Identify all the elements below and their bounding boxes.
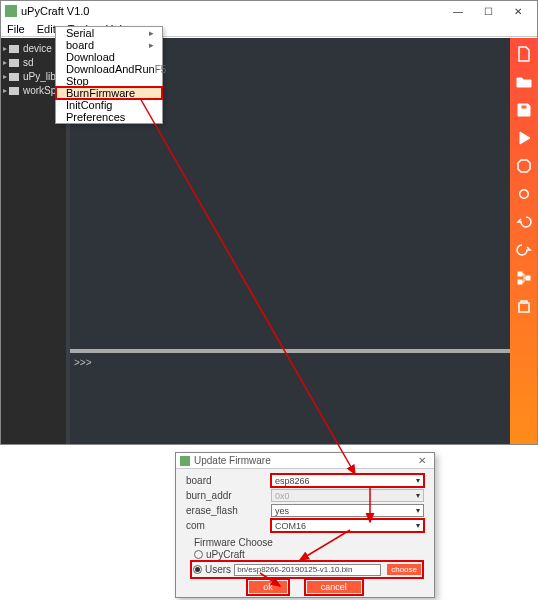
dialog-titlebar: Update Firmware ✕ — [176, 453, 434, 469]
radio-upycraft[interactable] — [194, 550, 203, 559]
repl-prompt: >>> — [74, 357, 92, 368]
ok-button[interactable]: ok — [249, 581, 287, 593]
select-board[interactable]: esp8266 — [271, 474, 424, 487]
app-icon — [5, 5, 17, 17]
menu-item-initconfig[interactable]: InitConfig — [56, 99, 162, 111]
maximize-button[interactable]: ☐ — [473, 2, 503, 20]
tree-view-icon[interactable] — [514, 268, 534, 288]
save-icon[interactable] — [514, 100, 534, 120]
label-com: com — [186, 520, 271, 531]
label-burn-addr: burn_addr — [186, 490, 271, 501]
right-sidebar — [510, 38, 537, 444]
svg-rect-0 — [521, 105, 527, 109]
select-com[interactable]: COM16 — [271, 519, 424, 532]
titlebar: uPyCraft V1.0 — ☐ ✕ — [1, 1, 537, 21]
label-board: board — [186, 475, 271, 486]
menu-edit[interactable]: Edit — [37, 23, 56, 35]
select-burn-addr[interactable]: 0x0 — [271, 489, 424, 502]
menu-item-download[interactable]: Download — [56, 51, 162, 63]
label-firmware-choose: Firmware Choose — [194, 537, 424, 548]
update-firmware-dialog: Update Firmware ✕ board esp8266 burn_add… — [175, 452, 435, 598]
menu-item-serial[interactable]: Serial — [56, 27, 162, 39]
new-file-icon[interactable] — [514, 44, 534, 64]
radio-users[interactable] — [193, 565, 202, 574]
svg-rect-3 — [526, 276, 530, 280]
menu-file[interactable]: File — [7, 23, 25, 35]
menu-item-burnfirmware[interactable]: BurnFirmware — [56, 87, 162, 99]
svg-rect-1 — [518, 272, 522, 276]
dialog-title: Update Firmware — [194, 455, 414, 466]
choose-button[interactable]: choose — [387, 564, 421, 575]
clear-icon[interactable] — [514, 296, 534, 316]
menu-item-preferences[interactable]: Preferences — [56, 111, 162, 123]
menu-item-board[interactable]: board — [56, 39, 162, 51]
run-icon[interactable] — [514, 128, 534, 148]
open-file-icon[interactable] — [514, 72, 534, 92]
close-button[interactable]: ✕ — [503, 2, 533, 20]
dialog-close-button[interactable]: ✕ — [414, 455, 430, 466]
stop-icon[interactable] — [514, 156, 534, 176]
undo-icon[interactable] — [514, 212, 534, 232]
radio-upycraft-label: uPyCraft — [206, 549, 245, 560]
repl-console[interactable]: >>> — [70, 349, 510, 444]
window-title: uPyCraft V1.0 — [21, 5, 443, 17]
dialog-app-icon — [180, 456, 190, 466]
label-erase-flash: erase_flash — [186, 505, 271, 516]
select-erase-flash[interactable]: yes — [271, 504, 424, 517]
menu-item-stop[interactable]: Stop — [56, 75, 162, 87]
cancel-button[interactable]: cancel — [307, 581, 361, 593]
minimize-button[interactable]: — — [443, 2, 473, 20]
svg-rect-2 — [518, 280, 522, 284]
menu-item-downloadandrun[interactable]: DownloadAndRunF5 — [56, 63, 162, 75]
connect-icon[interactable] — [514, 184, 534, 204]
firmware-path-input[interactable]: bn/esp8266-20190125-v1.10.bin — [234, 564, 381, 576]
tools-dropdown: Serial board Download DownloadAndRunF5 S… — [55, 26, 163, 124]
radio-users-label: Users — [205, 564, 231, 575]
redo-icon[interactable] — [514, 240, 534, 260]
